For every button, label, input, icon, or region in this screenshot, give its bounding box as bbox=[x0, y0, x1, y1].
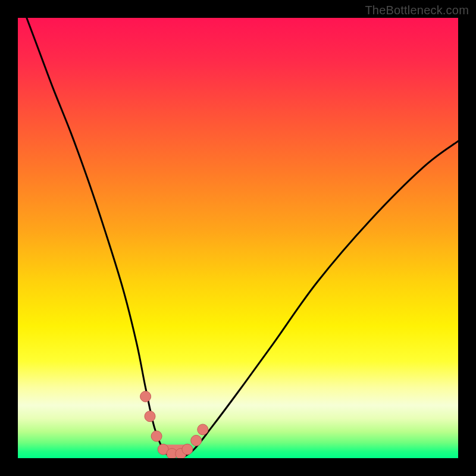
marker-dot bbox=[145, 411, 155, 422]
bottleneck-curve bbox=[27, 18, 458, 458]
plot-area bbox=[18, 18, 458, 458]
marker-dot bbox=[182, 444, 193, 455]
marker-dot bbox=[198, 424, 208, 435]
curve-layer bbox=[18, 18, 458, 458]
chart-frame: TheBottleneck.com bbox=[0, 0, 476, 476]
curve-markers bbox=[140, 391, 208, 458]
watermark-text: TheBottleneck.com bbox=[365, 4, 469, 17]
marker-dot bbox=[151, 431, 162, 441]
marker-dot bbox=[140, 391, 151, 402]
marker-dot bbox=[191, 435, 202, 446]
